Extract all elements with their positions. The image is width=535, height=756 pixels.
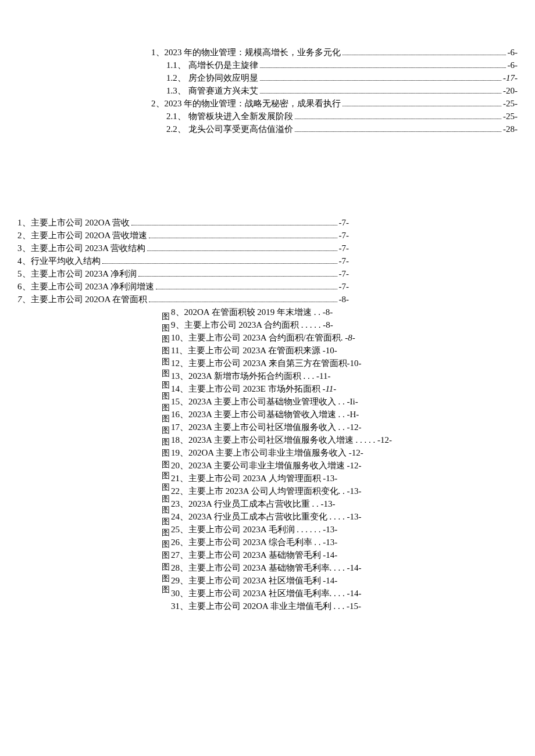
figure-entry: 26、主要上市公司 2023A 综合毛利率 . . -13- <box>171 536 392 549</box>
toc-entry-label: 1、2023 年的物业管理：规模高增长，业务多元化 <box>151 46 341 59</box>
toc-entry-page: -28- <box>503 123 518 135</box>
toc-entry-page: -6- <box>508 46 518 59</box>
figure-entry: 1、主要上市公司 202OA 营收-7- <box>17 217 349 229</box>
figure-entry-label: 7、主要上市公司 202OA 在管面积 <box>17 293 147 306</box>
figure-prefix: 图 <box>162 573 170 585</box>
figure-prefix: 图 <box>162 447 170 459</box>
figure-entry: 28、主要上市公司 2023A 基础物管毛利率. . . . -14- <box>171 562 392 574</box>
figure-entry-label: 2、主要上市公司 202OA 营收增速 <box>17 230 147 242</box>
figure-entry: 23、2023A 行业员工成本占营收比重 . . -13- <box>171 498 392 510</box>
figure-prefix: 图 <box>162 482 170 493</box>
figure-entry-page: -7- <box>339 268 349 280</box>
figure-entry: 22、主要上市 2023A 公司人均管理面积变化. . -13- <box>171 485 392 497</box>
figure-entry: 18、2023A 主要上市公司社区增值服务收入增速 . . . . . -12- <box>171 434 392 446</box>
figure-entry: 29、主要上市公司 2023A 社区增值毛利 -14- <box>171 575 392 587</box>
toc-figure-list-left: 1、主要上市公司 202OA 营收-7-2、主要上市公司 202OA 营收增速-… <box>17 217 518 306</box>
toc-leader-dots <box>260 67 506 68</box>
figure-entry: 13、2023A 新增市场外拓合约面积 . . . -11- <box>171 370 392 382</box>
figure-entry-page: -7- <box>339 281 349 293</box>
figure-entry: 6、主要上市公司 2023A 净利润增速-7- <box>17 281 349 293</box>
toc-section-upper: 1、2023 年的物业管理：规模高增长，业务多元化-6-1.1、 高增长仍是主旋… <box>151 46 518 135</box>
toc-leader-dots <box>149 302 337 302</box>
figure-entry: 24、2023A 行业员工成本占营收比重变化 . . . . -13- <box>171 511 392 523</box>
figure-entry-page: -7- <box>339 230 349 242</box>
figure-prefix: 图 <box>162 379 170 391</box>
toc-entry-page: -25- <box>503 110 518 123</box>
toc-entry: 1.3、 商管赛道方兴未艾-20- <box>151 85 518 97</box>
figure-entry: 4、行业平均收入结构-7- <box>17 255 349 267</box>
figure-entry-label: 6、主要上市公司 2023A 净利润增速 <box>17 281 154 293</box>
toc-leader-dots <box>260 93 502 94</box>
figure-entry-label: 3、主要上市公司 2023A 营收结构 <box>17 242 145 255</box>
toc-entry-label: 2、2023 年的物业管理：战略无秘密，成果看执行 <box>151 98 341 110</box>
toc-leader-dots <box>343 55 505 55</box>
figure-entry: 17、2023A 主要上市公司社区增值服务收入 . . -12- <box>171 421 392 433</box>
figure-prefix: 图 <box>162 334 170 345</box>
toc-figure-list-right: 图图图图图图图图图图图图图图图图图图图图图图图图图 8、202OA 在管面积较 … <box>17 306 518 613</box>
figure-entry: 10、主要上市公司 2023A 合约面积/在管面积. -8- <box>171 332 392 344</box>
toc-leader-dots <box>295 131 502 132</box>
figure-prefix: 图 <box>162 516 170 528</box>
figure-entry: 30、主要上市公司 2023A 社区增值毛利率. . . . -14- <box>171 587 392 600</box>
figure-entry-label: 5、主要上市公司 2023A 净利润 <box>17 268 137 280</box>
figure-entry: 3、主要上市公司 2023A 营收结构-7- <box>17 242 349 255</box>
toc-entry: 2.2、 龙头公司享受更高估值溢价-28- <box>151 123 518 135</box>
figure-entry: 9、主要上市公司 2023A 合约面积 . . . . . -8- <box>171 319 392 331</box>
figure-entry: 16、2023A 主要上市公司基础物管收入增速 . . -H- <box>171 409 392 421</box>
figure-prefix: 图 <box>162 539 170 550</box>
figure-entry: 7、主要上市公司 202OA 在管面积-8- <box>17 293 349 306</box>
toc-entry-label: 2.2、 龙头公司享受更高估值溢价 <box>166 123 293 135</box>
figure-prefix: 图 <box>162 493 170 505</box>
figure-prefix: 图 <box>162 459 170 471</box>
figure-entry: 12、主要上市公司 2023A 来自第三方在管面积-10- <box>171 357 392 370</box>
toc-leader-dots <box>260 80 502 81</box>
figure-entry-page: -7- <box>339 242 349 255</box>
figure-entry: 2、主要上市公司 202OA 营收增速-7- <box>17 230 349 242</box>
toc-leader-dots <box>149 238 337 238</box>
toc-entry-page: -20- <box>503 85 518 97</box>
figure-prefix: 图 <box>162 436 170 448</box>
toc-leader-dots <box>147 250 337 251</box>
figure-prefix: 图 <box>162 402 170 414</box>
figure-entry-label: 1、主要上市公司 202OA 营收 <box>17 217 130 229</box>
figure-prefix: 图 <box>162 413 170 425</box>
figure-prefix: 图 <box>162 311 170 323</box>
toc-entry: 2.1、 物管板块进入全新发展阶段-25- <box>151 110 518 123</box>
figure-prefix: 图 <box>162 425 170 436</box>
figure-prefix: 图 <box>162 368 170 379</box>
figure-entry: 5、主要上市公司 2023A 净利润-7- <box>17 268 349 280</box>
figure-prefix-column: 图图图图图图图图图图图图图图图图图图图图图图图图图 <box>162 306 170 613</box>
toc-leader-dots <box>343 106 501 106</box>
figure-entry: 8、202OA 在管面积较 2019 年末增速 . . -8- <box>171 306 392 318</box>
figure-entry: 15、2023A 主要上市公司基础物业管理收入 . . -Ii- <box>171 396 392 408</box>
figure-entry: 21、主要上市公司 2023A 人均管理面积 -13- <box>171 472 392 485</box>
toc-entry: 2、2023 年的物业管理：战略无秘密，成果看执行-25- <box>151 98 518 110</box>
toc-leader-dots <box>156 289 337 289</box>
figure-prefix: 图 <box>162 550 170 561</box>
toc-leader-dots <box>102 263 337 264</box>
toc-entry: 1、2023 年的物业管理：规模高增长，业务多元化-6- <box>151 46 518 59</box>
figure-entry-page: -7- <box>339 255 349 267</box>
figure-entry: 11、主要上市公司 2023A 在管面积来源 -10- <box>171 345 392 357</box>
toc-leader-dots <box>138 276 337 277</box>
toc-entry-label: 2.1、 物管板块进入全新发展阶段 <box>166 110 293 123</box>
toc-entry-label: 1.2、 房企协同效应明显 <box>166 72 258 84</box>
figure-entry: 20、2023A 主要公司非业主增值服务收入增速 -12- <box>171 460 392 472</box>
toc-leader-dots <box>131 225 337 225</box>
figure-prefix: 图 <box>162 561 170 573</box>
toc-entry: 1.1、 高增长仍是主旋律-6- <box>151 59 518 71</box>
figure-entry: 25、主要上市公司 2023A 毛利润 . . . . . . -13- <box>171 524 392 536</box>
toc-entry-page: -25- <box>503 98 518 110</box>
figure-list-column: 8、202OA 在管面积较 2019 年末增速 . . -8-9、主要上市公司 … <box>171 306 392 613</box>
figure-prefix: 图 <box>162 323 170 334</box>
toc-leader-dots <box>295 119 502 119</box>
toc-entry-label: 1.1、 高增长仍是主旋律 <box>166 59 258 71</box>
figure-entry: 19、202OA 主要上市公司非业主增值服务收入 -12- <box>171 447 392 459</box>
figure-prefix: 图 <box>162 504 170 516</box>
figure-entry-label: 4、行业平均收入结构 <box>17 255 101 267</box>
toc-entry: 1.2、 房企协同效应明显-17- <box>151 72 518 84</box>
toc-entry-label: 1.3、 商管赛道方兴未艾 <box>166 85 258 97</box>
toc-page: 1、2023 年的物业管理：规模高增长，业务多元化-6-1.1、 高增长仍是主旋… <box>0 0 535 636</box>
figure-entry: 31、主要上市公司 202OA 非业主增值毛利 . . . -15- <box>171 600 392 612</box>
toc-entry-page: -6- <box>508 59 518 71</box>
